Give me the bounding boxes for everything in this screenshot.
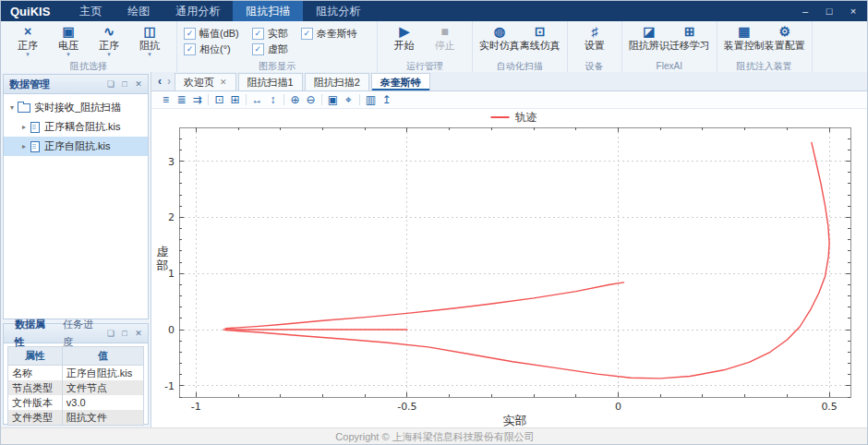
legend-rows-icon[interactable]: ≡ xyxy=(158,93,174,107)
checkbox-label: 幅值(dB) xyxy=(199,27,239,41)
y-tick-label: 2 xyxy=(168,211,175,223)
checkbox-icon[interactable]: ✓ xyxy=(184,28,196,40)
tab-close-icon[interactable]: ✕ xyxy=(220,78,227,87)
table-row[interactable]: 文件版本v3.0 xyxy=(8,395,144,410)
data-tree: ▾实时接收_阻抗扫描▸正序耦合阻抗.kis▸正序自阻抗.kis xyxy=(4,94,148,156)
toolbar-separator xyxy=(359,94,360,105)
table-row[interactable]: 文件类型阻抗文件 xyxy=(8,410,144,426)
table-row[interactable]: 节点类型文件节点 xyxy=(8,380,144,395)
ribbon-button-5-1[interactable]: ⊞迁移学习 xyxy=(669,24,710,51)
ribbon-button-label: 阻抗 xyxy=(139,40,160,51)
fit-window-icon[interactable]: ⊡ xyxy=(211,93,227,107)
menu-item-2[interactable]: 通用分析 xyxy=(163,1,233,21)
menu-item-1[interactable]: 绘图 xyxy=(115,1,163,21)
close-icon[interactable]: ✕ xyxy=(133,328,144,339)
ribbon-button-3-0[interactable]: ◍实时仿真 xyxy=(479,24,520,51)
minimize-button[interactable]: – xyxy=(795,2,815,20)
checkbox-icon[interactable]: ✓ xyxy=(252,28,264,40)
chart-toolbar: ≡≣⇉⊡⊞↔↕⊕⊖▣⌖▥↥ xyxy=(151,91,868,109)
legend-list-icon[interactable]: ≣ xyxy=(174,93,189,107)
y-axis-label: 虚 xyxy=(157,245,169,259)
float-icon[interactable]: ❏ xyxy=(105,328,116,339)
menu-item-3[interactable]: 阻抗扫描 xyxy=(233,1,303,21)
ribbon-button-0-2[interactable]: ∿正序▾ xyxy=(89,24,129,57)
checkbox-label: 奈奎斯特 xyxy=(317,27,357,41)
checkbox-option-4[interactable]: ✓奈奎斯特 xyxy=(301,26,357,42)
display-options: ✓幅值(dB)✓相位(°)✓实部✓虚部✓奈奎斯特 xyxy=(184,26,370,61)
data-management-panel: 数据管理 ❏□✕ ▾实时接收_阻抗扫描▸正序耦合阻抗.kis▸正序自阻抗.kis xyxy=(3,74,149,319)
fit-selection-icon[interactable]: ⊞ xyxy=(227,93,243,107)
ribbon-button-label: 离线仿真 xyxy=(520,40,561,51)
tab-scroll-left[interactable]: ‹ xyxy=(155,73,164,90)
ribbon-button-6-0[interactable]: ▦装置控制 xyxy=(724,24,765,51)
close-icon[interactable]: ✕ xyxy=(133,78,144,90)
toolbar-separator xyxy=(246,94,247,105)
tab-0[interactable]: 欢迎页✕ xyxy=(175,73,236,90)
snapshot-icon[interactable]: ▣ xyxy=(325,93,341,107)
table-cell: 正序自阻抗.kis xyxy=(62,366,143,381)
menu-item-4[interactable]: 阻抗分析 xyxy=(303,1,373,21)
checkbox-icon[interactable]: ✓ xyxy=(184,43,196,55)
fit-horizontal-icon[interactable]: ↔ xyxy=(249,93,265,107)
checkbox-option-0[interactable]: ✓幅值(dB) xyxy=(184,26,239,42)
chevron-down-icon[interactable]: ▾ xyxy=(148,51,151,57)
chevron-down-icon[interactable]: ▾ xyxy=(66,51,70,57)
zoom-out-icon[interactable]: ⊖ xyxy=(303,93,319,107)
close-button[interactable]: × xyxy=(843,2,863,20)
checkbox-option-3[interactable]: ✓虚部 xyxy=(252,42,288,57)
center-target-icon[interactable]: ⌖ xyxy=(341,93,356,107)
table-row[interactable]: 名称正序自阻抗.kis xyxy=(8,366,144,381)
export-series-icon[interactable]: ⇉ xyxy=(189,93,205,107)
checkbox-icon[interactable]: ✓ xyxy=(301,28,313,40)
ribbon-button-4-0[interactable]: ♯设置 xyxy=(574,24,615,51)
tree-item-2[interactable]: ▸正序自阻抗.kis xyxy=(4,137,148,156)
ribbon-button-label: 设置 xyxy=(585,40,605,51)
toolbar-separator xyxy=(321,94,322,105)
chart-area: -1-0.500.5-10123实部虚部轨迹 xyxy=(151,109,868,429)
checkbox-option-1[interactable]: ✓相位(°) xyxy=(184,42,239,57)
maximize-button[interactable]: □ xyxy=(819,2,839,20)
checkbox-option-2[interactable]: ✓实部 xyxy=(252,26,288,42)
ribbon-button-6-1[interactable]: ⚙装置配置 xyxy=(765,24,805,51)
ribbon-group-2: ▶开始■停止运行管理 xyxy=(378,21,473,72)
ribbon-button-0-0[interactable]: ×正序▾ xyxy=(7,24,48,57)
ribbon-button-0-3[interactable]: ◫阻抗▾ xyxy=(129,24,170,57)
caret-expanded-icon[interactable]: ▾ xyxy=(7,103,17,112)
tab-3[interactable]: 奈奎斯特 xyxy=(371,73,430,90)
tree-item-1[interactable]: ▸正序耦合阻抗.kis xyxy=(4,117,148,137)
ribbon-button-0-1[interactable]: ▣电压▾ xyxy=(48,24,89,57)
zoom-in-icon[interactable]: ⊕ xyxy=(287,93,303,107)
window-controls: – □ × xyxy=(795,2,868,20)
y-tick-label: 0 xyxy=(168,324,175,336)
checkbox-icon[interactable]: ✓ xyxy=(252,43,264,55)
copy-view-icon[interactable]: ▥ xyxy=(363,93,379,107)
tree-item-0[interactable]: ▾实时接收_阻抗扫描 xyxy=(4,98,148,117)
float-icon[interactable]: ❏ xyxy=(105,78,116,90)
title-bar: QuiKIS 主页绘图通用分析阻抗扫描阻抗分析 – □ × xyxy=(1,1,868,21)
tab-1[interactable]: 阻抗扫描1 xyxy=(238,73,303,90)
y-tick-label: -1 xyxy=(164,380,175,392)
checkbox-label: 相位(°) xyxy=(199,42,231,56)
ribbon-group-1: ✓幅值(dB)✓相位(°)✓实部✓虚部✓奈奎斯特图形显示 xyxy=(177,21,378,72)
nyquist-chart[interactable]: -1-0.500.5-10123实部虚部轨迹 xyxy=(151,109,868,429)
caret-collapsed-icon[interactable]: ▸ xyxy=(19,123,29,131)
chevron-down-icon[interactable]: ▾ xyxy=(107,51,111,57)
panel-tab-1[interactable]: 任务进度 xyxy=(57,316,105,351)
ribbon-button-2-0[interactable]: ▶开始 xyxy=(384,24,425,51)
panel-tab-0[interactable]: 数据属性 xyxy=(9,316,57,351)
chevron-down-icon[interactable]: ▾ xyxy=(26,51,30,57)
tab-scroll-right[interactable]: › xyxy=(164,73,174,90)
maximize-icon[interactable]: □ xyxy=(119,328,130,339)
menu-item-0[interactable]: 主页 xyxy=(66,1,115,21)
ribbon-button-label: 正序 xyxy=(99,40,119,51)
fit-vertical-icon[interactable]: ↕ xyxy=(265,93,281,107)
tab-2[interactable]: 阻抗扫描2 xyxy=(305,73,369,90)
tree-item-label: 实时接收_阻抗扫描 xyxy=(34,101,121,114)
settings-sliders-icon: ♯ xyxy=(591,24,597,40)
ribbon-button-3-1[interactable]: ⊡离线仿真 xyxy=(520,24,561,51)
ribbon-button-5-0[interactable]: ◪阻抗辨识 xyxy=(629,24,669,51)
toolbar-separator xyxy=(283,94,284,105)
maximize-icon[interactable]: □ xyxy=(119,78,130,90)
export-image-icon[interactable]: ↥ xyxy=(379,93,394,107)
caret-collapsed-icon[interactable]: ▸ xyxy=(19,142,29,150)
